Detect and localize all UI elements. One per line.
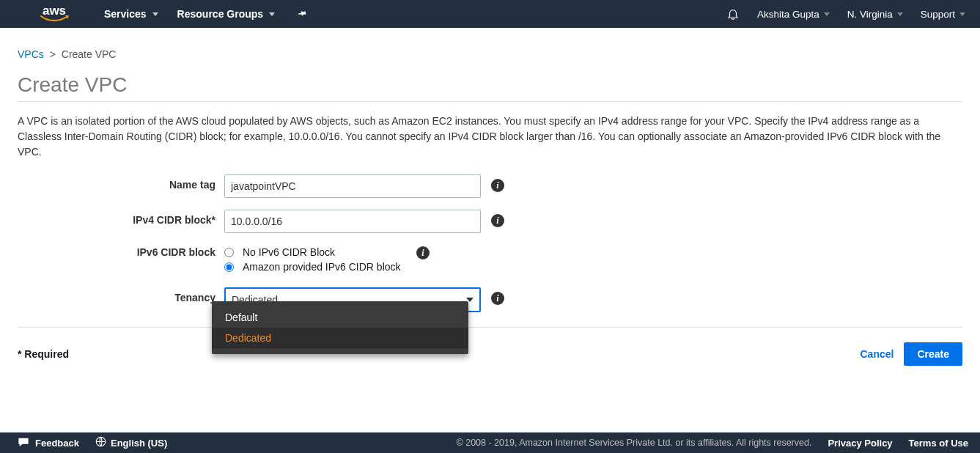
tenancy-option-default[interactable]: Default: [212, 307, 468, 328]
chat-bubble-icon: [18, 437, 29, 449]
chevron-down-icon: [152, 12, 158, 16]
chevron-down-icon: [959, 12, 965, 16]
required-note: * Required: [18, 348, 69, 360]
feedback-link[interactable]: Feedback: [18, 437, 79, 449]
nav-support-menu[interactable]: Support: [921, 9, 965, 20]
radio-ipv6-none[interactable]: No IPv6 CIDR Block: [224, 246, 406, 258]
page-content: VPCs > Create VPC Create VPC A VPC is an…: [0, 28, 980, 366]
language-label: English (US): [111, 438, 167, 449]
section-divider: [18, 327, 962, 328]
nav-support-label: Support: [921, 9, 955, 20]
label-ipv4: IPv4 CIDR block*: [18, 210, 224, 226]
tenancy-dropdown-menu: Default Dedicated: [212, 301, 468, 354]
aws-logo[interactable]: aws: [40, 6, 69, 22]
feedback-label: Feedback: [35, 438, 79, 449]
radio-group-ipv6: No IPv6 CIDR Block Amazon provided IPv6 …: [224, 245, 406, 276]
chevron-down-icon: [269, 12, 275, 16]
radio-ipv6-amazon[interactable]: Amazon provided IPv6 CIDR block: [224, 261, 406, 273]
input-ipv4-cidr[interactable]: [224, 210, 481, 233]
radio-ipv6-none-label: No IPv6 CIDR Block: [243, 246, 335, 258]
privacy-link[interactable]: Privacy Policy: [828, 438, 892, 449]
page-description: A VPC is an isolated portion of the AWS …: [18, 114, 962, 160]
label-ipv6: IPv6 CIDR block: [18, 245, 224, 258]
breadcrumb-separator: >: [50, 48, 56, 60]
notifications-icon[interactable]: [726, 7, 740, 21]
chevron-down-icon: [824, 12, 830, 16]
pin-icon[interactable]: [294, 6, 309, 22]
label-name-tag: Name tag: [18, 174, 224, 191]
nav-resource-groups-label: Resource Groups: [177, 8, 263, 20]
nav-account-name: Akshita Gupta: [757, 9, 819, 20]
radio-ipv6-none-input[interactable]: [224, 248, 234, 257]
input-name-tag[interactable]: [224, 174, 481, 198]
nav-region-menu[interactable]: N. Virginia: [847, 9, 903, 20]
action-buttons: Cancel Create: [860, 342, 962, 366]
breadcrumb-current: Create VPC: [62, 48, 117, 60]
info-icon[interactable]: i: [491, 179, 504, 192]
create-button[interactable]: Create: [904, 342, 962, 366]
breadcrumb: VPCs > Create VPC: [18, 48, 962, 60]
tenancy-option-dedicated[interactable]: Dedicated: [212, 328, 468, 348]
language-selector[interactable]: English (US): [95, 436, 167, 449]
bottom-bar: Feedback English (US) © 2008 - 2019, Ama…: [0, 432, 980, 453]
label-tenancy: Tenancy: [18, 287, 224, 303]
row-tenancy: Tenancy Dedicated i: [18, 287, 962, 312]
nav-region-name: N. Virginia: [847, 9, 893, 20]
nav-resource-groups[interactable]: Resource Groups: [177, 8, 275, 20]
page-title: Create VPC: [18, 73, 962, 102]
info-icon[interactable]: i: [416, 246, 430, 259]
info-icon[interactable]: i: [491, 292, 504, 305]
radio-ipv6-amazon-input[interactable]: [224, 262, 234, 272]
form-footer: * Required Cancel Create: [18, 334, 962, 366]
breadcrumb-root-link[interactable]: VPCs: [18, 48, 44, 60]
nav-services[interactable]: Services: [104, 8, 158, 20]
row-name-tag: Name tag i: [18, 174, 962, 198]
nav-account-menu[interactable]: Akshita Gupta: [757, 9, 830, 20]
terms-link[interactable]: Terms of Use: [909, 438, 968, 449]
row-ipv6: IPv6 CIDR block No IPv6 CIDR Block Amazo…: [18, 245, 962, 276]
nav-services-label: Services: [104, 8, 147, 20]
globe-icon: [95, 436, 106, 449]
cancel-button[interactable]: Cancel: [860, 348, 894, 360]
info-icon[interactable]: i: [491, 214, 504, 227]
row-ipv4: IPv4 CIDR block* i: [18, 210, 962, 233]
copyright-text: © 2008 - 2019, Amazon Internet Services …: [457, 438, 812, 448]
chevron-down-icon: [897, 12, 903, 16]
aws-smile-icon: [40, 15, 69, 22]
global-nav: aws Services Resource Groups Akshita Gup…: [0, 0, 980, 28]
radio-ipv6-amazon-label: Amazon provided IPv6 CIDR block: [243, 261, 401, 273]
